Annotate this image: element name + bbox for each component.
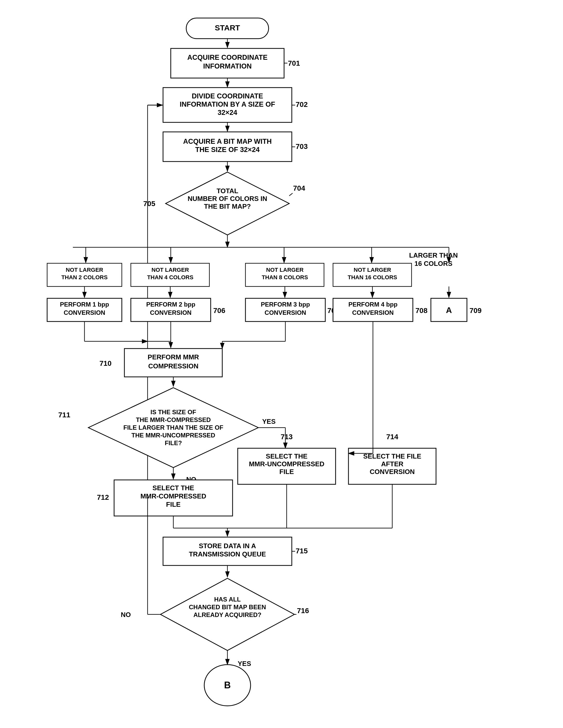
svg-text:MMR-COMPRESSED: MMR-COMPRESSED xyxy=(140,492,206,500)
svg-rect-61 xyxy=(131,298,211,321)
svg-text:THE BIT MAP?: THE BIT MAP? xyxy=(204,202,251,210)
svg-rect-19 xyxy=(163,132,292,162)
svg-text:YES: YES xyxy=(238,660,251,667)
svg-text:TRANSMISSION QUEUE: TRANSMISSION QUEUE xyxy=(189,550,266,558)
svg-text:FILE LARGER THAN THE SIZE OF: FILE LARGER THAN THE SIZE OF xyxy=(123,424,223,431)
svg-text:NOT LARGER: NOT LARGER xyxy=(66,267,103,273)
svg-text:CONVERSION: CONVERSION xyxy=(352,309,394,316)
svg-text:COMPRESSION: COMPRESSION xyxy=(148,362,198,370)
svg-text:THAN 8 COLORS: THAN 8 COLORS xyxy=(262,274,308,281)
svg-rect-10 xyxy=(163,88,292,122)
svg-text:THE SIZE OF 32×24: THE SIZE OF 32×24 xyxy=(195,146,260,154)
svg-text:A: A xyxy=(446,306,452,315)
svg-text:710: 710 xyxy=(99,359,112,367)
svg-text:707: 707 xyxy=(327,307,339,315)
svg-text:16 COLORS: 16 COLORS xyxy=(414,260,452,267)
svg-text:STORE DATA IN A: STORE DATA IN A xyxy=(199,542,256,550)
svg-rect-113 xyxy=(348,448,436,484)
svg-point-143 xyxy=(204,665,251,706)
svg-marker-91 xyxy=(88,388,258,468)
svg-text:NUMBER OF COLORS IN: NUMBER OF COLORS IN xyxy=(187,195,267,202)
svg-rect-73 xyxy=(431,298,467,321)
svg-rect-1 xyxy=(186,18,269,39)
svg-text:MMR-UNCOMPRESSED: MMR-UNCOMPRESSED xyxy=(249,460,324,468)
svg-text:START: START xyxy=(215,23,240,32)
svg-text:CONVERSION: CONVERSION xyxy=(265,309,306,316)
svg-text:NOT LARGER: NOT LARGER xyxy=(266,267,304,273)
svg-text:DIVIDE COORDINATE: DIVIDE COORDINATE xyxy=(192,92,263,100)
svg-text:NOT LARGER: NOT LARGER xyxy=(151,267,189,273)
svg-text:CONVERSION: CONVERSION xyxy=(64,309,105,316)
svg-text:ALREADY ACQUIRED?: ALREADY ACQUIRED? xyxy=(193,611,261,618)
svg-text:711: 711 xyxy=(58,411,70,419)
svg-text:CONVERSION: CONVERSION xyxy=(150,309,191,316)
svg-rect-48 xyxy=(333,263,412,286)
svg-text:PERFORM 1 bpp: PERFORM 1 bpp xyxy=(60,301,109,308)
svg-text:AFTER: AFTER xyxy=(381,460,404,468)
svg-text:PERFORM MMR: PERFORM MMR xyxy=(148,353,199,361)
svg-text:THE MMR-COMPRESSED: THE MMR-COMPRESSED xyxy=(136,416,211,423)
svg-text:YES: YES xyxy=(262,418,276,425)
svg-text:701: 701 xyxy=(288,59,300,67)
svg-text:INFORMATION: INFORMATION xyxy=(203,62,252,70)
svg-text:702: 702 xyxy=(296,100,308,108)
svg-text:THAN 16 COLORS: THAN 16 COLORS xyxy=(348,274,397,281)
svg-line-30 xyxy=(289,193,293,196)
svg-rect-69 xyxy=(333,298,413,321)
svg-text:FILE?: FILE? xyxy=(165,439,182,446)
svg-marker-25 xyxy=(166,172,289,235)
svg-text:ACQUIRE COORDINATE: ACQUIRE COORDINATE xyxy=(187,54,268,61)
svg-text:712: 712 xyxy=(97,493,109,501)
svg-text:704: 704 xyxy=(293,184,305,192)
svg-text:706: 706 xyxy=(213,307,225,315)
svg-text:TOTAL: TOTAL xyxy=(217,187,238,195)
svg-text:703: 703 xyxy=(296,142,308,150)
svg-rect-39 xyxy=(47,263,122,286)
svg-rect-42 xyxy=(131,263,209,286)
svg-text:INFORMATION BY A SIZE OF: INFORMATION BY A SIZE OF xyxy=(180,100,275,108)
svg-text:FILE: FILE xyxy=(279,468,294,476)
svg-rect-103 xyxy=(114,480,233,516)
svg-text:713: 713 xyxy=(281,433,293,441)
svg-rect-108 xyxy=(238,448,336,484)
svg-rect-84 xyxy=(124,349,222,377)
svg-rect-45 xyxy=(245,263,324,286)
svg-text:716: 716 xyxy=(297,607,309,615)
svg-text:SELECT THE FILE: SELECT THE FILE xyxy=(363,452,421,460)
svg-text:LARGER THAN: LARGER THAN xyxy=(409,251,458,259)
svg-text:PERFORM 2 bpp: PERFORM 2 bpp xyxy=(146,301,195,308)
svg-text:IS THE SIZE OF: IS THE SIZE OF xyxy=(150,409,196,416)
svg-rect-58 xyxy=(47,298,122,321)
svg-text:B: B xyxy=(224,680,231,690)
svg-rect-125 xyxy=(163,537,292,565)
svg-text:PERFORM 4 bpp: PERFORM 4 bpp xyxy=(348,301,398,308)
flowchart-diagram: START ACQUIRE COORDINATE INFORMATION 701… xyxy=(11,10,552,719)
svg-text:NO: NO xyxy=(186,476,196,483)
svg-text:32×24: 32×24 xyxy=(218,109,237,116)
svg-text:ACQUIRE A BIT MAP WITH: ACQUIRE A BIT MAP WITH xyxy=(183,138,272,145)
svg-text:CONVERSION: CONVERSION xyxy=(370,468,415,476)
svg-text:PERFORM 3 bpp: PERFORM 3 bpp xyxy=(261,301,310,308)
svg-rect-65 xyxy=(245,298,325,321)
svg-text:CHANGED BIT MAP BEEN: CHANGED BIT MAP BEEN xyxy=(189,604,266,611)
svg-text:SELECT THE: SELECT THE xyxy=(152,484,194,492)
svg-text:HAS ALL: HAS ALL xyxy=(214,596,241,603)
svg-marker-131 xyxy=(160,578,294,650)
svg-text:THE MMR-UNCOMPRESSED: THE MMR-UNCOMPRESSED xyxy=(131,432,215,439)
svg-text:FILE: FILE xyxy=(166,501,181,508)
svg-text:708: 708 xyxy=(415,307,428,315)
svg-text:NOT LARGER: NOT LARGER xyxy=(354,267,391,273)
svg-text:715: 715 xyxy=(296,547,308,555)
svg-text:714: 714 xyxy=(386,433,398,441)
svg-text:709: 709 xyxy=(470,307,482,315)
svg-text:NO: NO xyxy=(121,611,131,619)
svg-text:705: 705 xyxy=(143,200,155,208)
svg-text:THAN 4 COLORS: THAN 4 COLORS xyxy=(147,274,193,281)
svg-text:THAN 2 COLORS: THAN 2 COLORS xyxy=(61,274,108,281)
svg-text:SELECT THE: SELECT THE xyxy=(266,452,308,460)
svg-rect-4 xyxy=(171,48,284,78)
